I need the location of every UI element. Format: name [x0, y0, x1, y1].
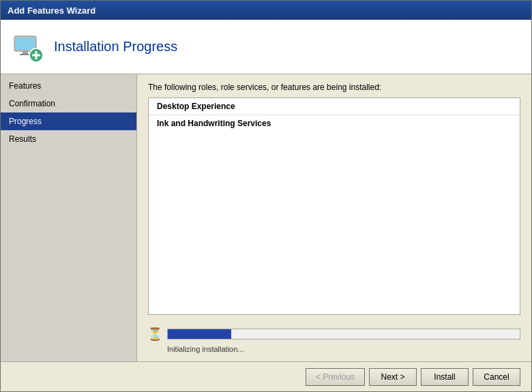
progress-section: ⏳: [148, 322, 520, 344]
footer: < Previous Next > Install Cancel: [1, 361, 531, 391]
wizard-icon: [12, 31, 44, 63]
content-area: Features Confirmation Progress Results T…: [1, 74, 531, 361]
wizard-window: Add Features Wizard Installation Progres…: [0, 0, 532, 392]
hourglass-icon: ⏳: [148, 326, 162, 342]
header-section: Installation Progress: [1, 20, 531, 74]
cancel-button[interactable]: Cancel: [473, 368, 520, 386]
progress-bar-container: [167, 329, 520, 340]
install-button[interactable]: Install: [421, 368, 469, 386]
sidebar-item-features[interactable]: Features: [1, 77, 136, 95]
previous-button[interactable]: < Previous: [306, 368, 365, 386]
sidebar-item-results[interactable]: Results: [1, 130, 136, 148]
sidebar: Features Confirmation Progress Results: [1, 74, 137, 361]
progress-bar-fill: [168, 329, 231, 339]
svg-rect-1: [16, 37, 35, 50]
progress-status-text: Initializing installation...: [167, 345, 520, 353]
svg-rect-2: [23, 51, 28, 54]
intro-text: The following roles, role services, or f…: [148, 82, 520, 92]
main-panel: The following roles, role services, or f…: [137, 74, 531, 361]
feature-item-desktop: Desktop Experience: [149, 98, 520, 115]
window-title: Add Features Wizard: [8, 5, 95, 16]
next-button[interactable]: Next >: [369, 368, 417, 386]
features-list: Desktop Experience Ink and Handwriting S…: [148, 97, 520, 315]
svg-rect-6: [35, 51, 38, 59]
page-title: Installation Progress: [54, 39, 177, 55]
title-bar: Add Features Wizard: [1, 1, 531, 20]
sidebar-item-confirmation[interactable]: Confirmation: [1, 95, 136, 112]
feature-item-ink: Ink and Handwriting Services: [149, 115, 520, 132]
sidebar-item-progress[interactable]: Progress: [1, 112, 136, 130]
